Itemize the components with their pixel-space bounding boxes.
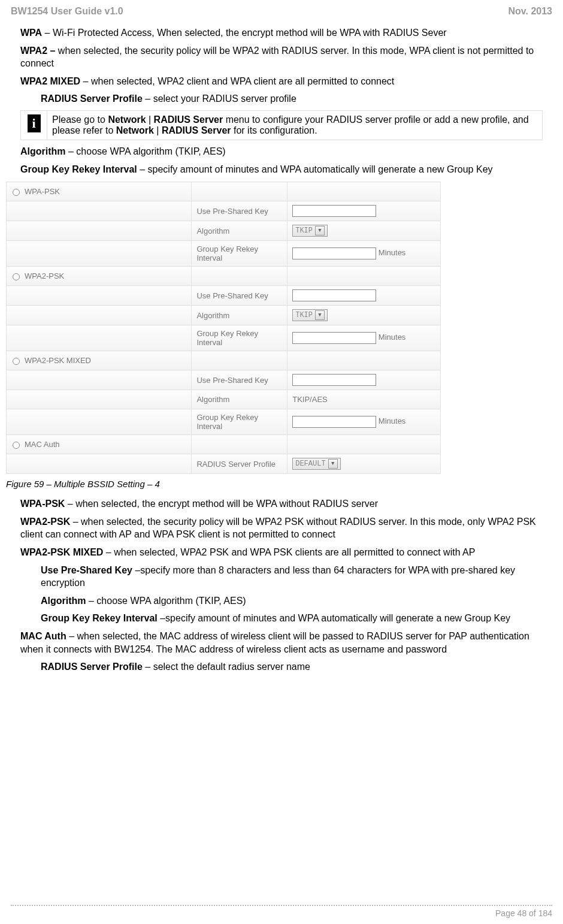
t: Please go to bbox=[52, 114, 108, 125]
desc: – when selected, WPA2 client and WPA cli… bbox=[80, 76, 394, 86]
page-content: WPA – Wi-Fi Protected Access, When selec… bbox=[0, 20, 563, 674]
radio-icon[interactable] bbox=[13, 273, 20, 280]
term: RADIUS Server Profile bbox=[41, 93, 143, 104]
desc: – Wi-Fi Protected Access, When selected,… bbox=[42, 28, 447, 38]
desc: when selected, the security policy will … bbox=[20, 46, 534, 69]
term: WPA2-PSK MIXED bbox=[20, 547, 103, 557]
para-wpa2-psk-mixed: WPA2-PSK MIXED – when selected, WPA2 PSK… bbox=[20, 546, 543, 559]
doc-title: BW1254 User Guide v1.0 bbox=[11, 6, 123, 17]
rekey-input[interactable] bbox=[292, 247, 376, 259]
para-algorithm: Algorithm – choose WPA algorithm (TKIP, … bbox=[20, 145, 543, 158]
para-group-key: Group Key Rekey Interval – specify amoun… bbox=[20, 163, 543, 176]
radio-icon[interactable] bbox=[13, 358, 20, 365]
radio-icon[interactable] bbox=[13, 189, 20, 196]
term: Group Key Rekey Interval bbox=[41, 613, 158, 623]
desc: – when selected, WPA2 PSK and WPA PSK cl… bbox=[103, 547, 475, 557]
radius-profile-select[interactable]: DEFAULT▼ bbox=[292, 458, 340, 470]
t: for its configuration. bbox=[231, 125, 317, 135]
t: | bbox=[154, 125, 162, 135]
algorithm-select[interactable]: TKIP▼ bbox=[292, 225, 328, 237]
radio-label: WPA-PSK bbox=[25, 187, 60, 196]
desc: – when selected, the MAC address of wire… bbox=[20, 631, 529, 654]
para-radius-profile-2: RADIUS Server Profile – select the defau… bbox=[41, 660, 543, 674]
radio-label: WPA2-PSK MIXED bbox=[25, 356, 91, 365]
algorithm-value: TKIP/AES bbox=[287, 390, 441, 409]
rekey-input[interactable] bbox=[292, 332, 376, 344]
term: MAC Auth bbox=[20, 631, 66, 641]
para-use-psk: Use Pre-Shared Key –specify more than 8 … bbox=[41, 564, 543, 590]
select-value: TKIP bbox=[295, 227, 313, 235]
desc: – select your RADIUS server profile bbox=[143, 93, 296, 104]
desc: – choose WPA algorithm (TKIP, AES) bbox=[86, 596, 246, 606]
unit-minutes: Minutes bbox=[379, 333, 406, 342]
label-psk: Use Pre-Shared Key bbox=[192, 286, 287, 306]
select-value: TKIP bbox=[295, 311, 313, 319]
desc: –specify amount of minutes and WPA autom… bbox=[158, 613, 510, 623]
psk-input[interactable] bbox=[292, 205, 376, 217]
label-algorithm: Algorithm bbox=[192, 390, 287, 409]
term: WPA2 MIXED bbox=[20, 76, 80, 86]
para-radius-profile: RADIUS Server Profile – select your RADI… bbox=[41, 92, 543, 105]
row-wpa2-psk: WPA2-PSK bbox=[7, 267, 441, 286]
info-icon: i bbox=[28, 114, 41, 132]
desc: – when selected, the encrypt method will… bbox=[65, 499, 378, 509]
label-rekey: Group Key Rekey Interval bbox=[192, 325, 287, 351]
para-wpa2-mixed: WPA2 MIXED – when selected, WPA2 client … bbox=[20, 75, 543, 88]
info-text: Please go to Network | RADIUS Server men… bbox=[47, 110, 543, 140]
chevron-down-icon: ▼ bbox=[315, 310, 325, 320]
term: WPA2-PSK bbox=[20, 517, 70, 527]
page-footer: Page 48 of 184 bbox=[0, 905, 563, 924]
desc: – choose WPA algorithm (TKIP, AES) bbox=[66, 146, 226, 156]
para-mac-auth: MAC Auth – when selected, the MAC addres… bbox=[20, 630, 543, 656]
label-radius-profile: RADIUS Server Profile bbox=[192, 454, 287, 474]
info-icon-cell: i bbox=[21, 110, 47, 140]
t: Network bbox=[108, 114, 146, 125]
chevron-down-icon: ▼ bbox=[315, 226, 325, 235]
t: | bbox=[146, 114, 154, 125]
term: Use Pre-Shared Key bbox=[41, 565, 132, 575]
row-wpa-psk: WPA-PSK bbox=[7, 182, 441, 201]
radio-label: WPA2-PSK bbox=[25, 271, 64, 280]
chevron-down-icon: ▼ bbox=[328, 459, 338, 469]
label-psk: Use Pre-Shared Key bbox=[192, 370, 287, 390]
term: WPA-PSK bbox=[20, 499, 65, 509]
para-wpa-psk: WPA-PSK – when selected, the encrypt met… bbox=[20, 497, 543, 511]
term: WPA bbox=[20, 28, 42, 38]
desc: – select the default radius server name bbox=[143, 662, 310, 672]
t: RADIUS Server bbox=[154, 114, 223, 125]
label-rekey: Group Key Rekey Interval bbox=[192, 409, 287, 435]
page-number: Page 48 of 184 bbox=[11, 908, 552, 918]
term: Algorithm bbox=[20, 146, 66, 156]
unit-minutes: Minutes bbox=[379, 249, 406, 258]
para-algorithm-2: Algorithm – choose WPA algorithm (TKIP, … bbox=[41, 594, 543, 608]
t: RADIUS Server bbox=[162, 125, 231, 135]
row-wpa2-psk-mixed: WPA2-PSK MIXED bbox=[7, 351, 441, 370]
label-rekey: Group Key Rekey Interval bbox=[192, 241, 287, 267]
para-wpa: WPA – Wi-Fi Protected Access, When selec… bbox=[20, 26, 543, 40]
term: Algorithm bbox=[41, 596, 86, 606]
doc-date: Nov. 2013 bbox=[508, 6, 552, 17]
label-algorithm: Algorithm bbox=[192, 306, 287, 325]
algorithm-select[interactable]: TKIP▼ bbox=[292, 309, 328, 321]
psk-input[interactable] bbox=[292, 374, 376, 386]
select-value: DEFAULT bbox=[295, 460, 325, 468]
label-psk: Use Pre-Shared Key bbox=[192, 201, 287, 221]
page-header: BW1254 User Guide v1.0 Nov. 2013 bbox=[0, 0, 563, 20]
footer-divider bbox=[11, 905, 552, 906]
figure-caption: Figure 59 – Multiple BSSID Setting – 4 bbox=[6, 479, 543, 489]
label-algorithm: Algorithm bbox=[192, 221, 287, 241]
term: Group Key Rekey Interval bbox=[20, 164, 137, 174]
desc: – when selected, the security policy wil… bbox=[20, 517, 536, 540]
rekey-input[interactable] bbox=[292, 416, 376, 428]
info-note: i Please go to Network | RADIUS Server m… bbox=[20, 110, 543, 140]
row-mac-auth: MAC Auth bbox=[7, 435, 441, 454]
config-table: WPA-PSK Use Pre-Shared Key AlgorithmTKIP… bbox=[6, 182, 441, 474]
desc: – specify amount of minutes and WPA auto… bbox=[137, 164, 493, 174]
para-wpa2-psk: WPA2-PSK – when selected, the security p… bbox=[20, 515, 543, 541]
term: RADIUS Server Profile bbox=[41, 662, 143, 672]
psk-input[interactable] bbox=[292, 289, 376, 301]
unit-minutes: Minutes bbox=[379, 417, 406, 426]
radio-label: MAC Auth bbox=[25, 440, 60, 449]
figure-screenshot: WPA-PSK Use Pre-Shared Key AlgorithmTKIP… bbox=[6, 182, 543, 474]
radio-icon[interactable] bbox=[13, 442, 20, 449]
